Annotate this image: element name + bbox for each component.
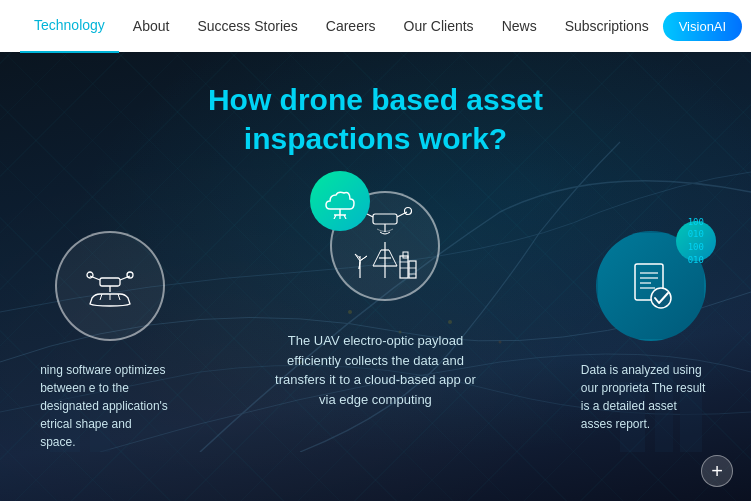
svg-point-13 xyxy=(87,272,93,278)
svg-line-31 xyxy=(389,250,393,258)
cloud-icon xyxy=(322,183,358,219)
card-center: The UAV electro-optic payload efficientl… xyxy=(265,161,485,409)
svg-line-32 xyxy=(373,258,377,266)
card-left-text: ning software optimizes between e to the… xyxy=(35,361,175,451)
nav-technology[interactable]: Technology xyxy=(20,0,119,53)
hero-heading: How drone based asset inspactions work? xyxy=(0,80,751,158)
cards-row: ning software optimizes between e to the… xyxy=(0,161,751,501)
nav-our-clients[interactable]: Our Clients xyxy=(390,0,488,52)
nav-success-stories[interactable]: Success Stories xyxy=(183,0,311,52)
svg-rect-35 xyxy=(400,256,408,278)
report-icon xyxy=(621,256,681,316)
nav-about[interactable]: About xyxy=(119,0,184,52)
cta-button[interactable]: VisionAI xyxy=(663,12,742,41)
navbar: Technology About Success Stories Careers… xyxy=(0,0,751,52)
svg-point-14 xyxy=(127,272,133,278)
nav-careers[interactable]: Careers xyxy=(312,0,390,52)
binary-text-display: 100010100010 xyxy=(688,216,704,266)
svg-line-18 xyxy=(118,294,120,300)
card-right: 100010100010 Data is analyzed using our … xyxy=(576,161,716,433)
nav-links: Technology About Success Stories Careers… xyxy=(20,0,663,53)
svg-rect-20 xyxy=(373,214,397,224)
svg-line-33 xyxy=(393,258,397,266)
svg-rect-10 xyxy=(100,278,120,286)
card-left: ning software optimizes between e to the… xyxy=(35,161,175,451)
svg-line-30 xyxy=(377,250,381,258)
svg-point-24 xyxy=(405,208,412,215)
card-center-text: The UAV electro-optic payload efficientl… xyxy=(265,331,485,409)
svg-rect-36 xyxy=(403,252,408,258)
hero-section: How drone based asset inspactions work? xyxy=(0,52,751,501)
hero-title: How drone based asset inspactions work? xyxy=(0,80,751,158)
binary-bubble: 100010100010 xyxy=(676,221,716,261)
nav-subscriptions[interactable]: Subscriptions xyxy=(551,0,663,52)
drone-hand-icon xyxy=(80,256,140,316)
nav-news[interactable]: News xyxy=(488,0,551,52)
data-report-icon-circle: 100010100010 xyxy=(596,231,706,341)
card-right-text: Data is analyzed using our proprieta The… xyxy=(576,361,716,433)
svg-line-16 xyxy=(100,294,102,300)
plus-button[interactable]: + xyxy=(701,455,733,487)
drone-hand-icon-circle xyxy=(55,231,165,341)
svg-rect-37 xyxy=(409,261,416,278)
